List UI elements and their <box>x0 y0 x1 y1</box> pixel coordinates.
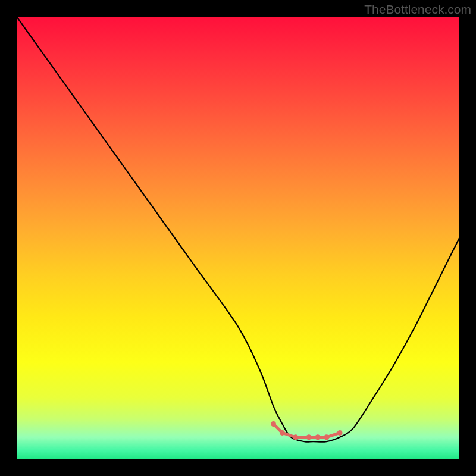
flat-marker <box>324 434 329 440</box>
flat-region-markers <box>271 421 343 440</box>
flat-marker <box>271 421 276 427</box>
flat-marker <box>293 434 298 440</box>
flat-marker <box>315 434 320 440</box>
flat-marker <box>280 430 285 436</box>
flat-marker <box>306 434 312 440</box>
flat-marker <box>337 430 343 436</box>
curve-svg <box>17 17 459 459</box>
plot-area <box>17 17 459 459</box>
bottleneck-curve <box>17 17 459 442</box>
chart-container: TheBottleneck.com <box>0 0 476 476</box>
watermark-text: TheBottleneck.com <box>364 2 471 17</box>
